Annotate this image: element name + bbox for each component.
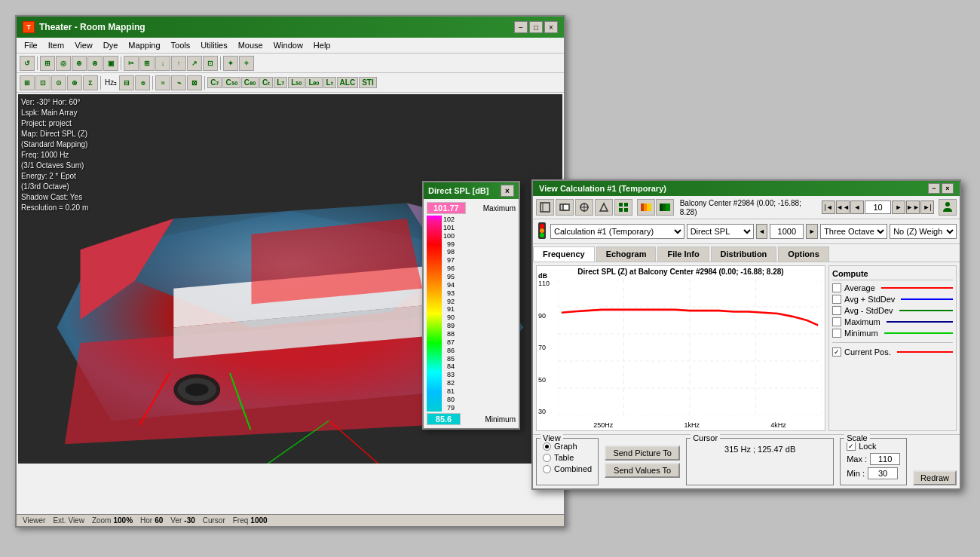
toolbar-btn-7[interactable]: ✂ xyxy=(124,56,139,71)
radio-combined-row: Combined xyxy=(543,464,592,473)
compute-avgminus-check[interactable] xyxy=(832,306,841,315)
redraw-button[interactable]: Redraw xyxy=(913,470,957,485)
calc-close-btn[interactable]: × xyxy=(942,183,954,194)
calc-nav-btn-1[interactable] xyxy=(536,199,554,216)
toolbar-c80[interactable]: C₈₀ xyxy=(241,77,259,88)
scale-lock-check[interactable] xyxy=(847,442,856,451)
nav-prev-btn[interactable]: ◄◄ xyxy=(836,200,850,214)
toolbar-btn-13[interactable]: ✦ xyxy=(223,56,238,71)
send-picture-btn[interactable]: Send Picture To xyxy=(605,445,680,461)
toolbar-btn-14[interactable]: ✧ xyxy=(239,56,254,71)
minimize-button[interactable]: − xyxy=(514,21,528,33)
close-button[interactable]: × xyxy=(544,21,558,33)
compute-avgstd-check[interactable] xyxy=(832,295,841,304)
menu-view[interactable]: View xyxy=(70,39,97,51)
toolbar-t2-10[interactable]: ⊠ xyxy=(187,75,202,90)
toolbar-t2-6[interactable]: ⊟ xyxy=(119,75,134,90)
freq-prev-btn[interactable]: ◄ xyxy=(756,224,768,239)
weight-select[interactable]: No (Z) Weigh xyxy=(890,224,957,239)
nav-prev-one-btn[interactable]: ◄ xyxy=(850,200,864,214)
compute-maximum-check[interactable] xyxy=(832,317,841,326)
toolbar-btn-10[interactable]: ↑ xyxy=(171,56,186,71)
menu-utilities[interactable]: Utilities xyxy=(196,39,231,51)
toolbar-t2-8[interactable]: ≈ xyxy=(155,75,170,90)
menu-mouse[interactable]: Mouse xyxy=(234,39,268,51)
nav-next-one-btn[interactable]: ► xyxy=(892,200,905,214)
toolbar-t2-1[interactable]: ⊞ xyxy=(20,75,35,90)
info-octave-detail: (1/3rd Octave) xyxy=(21,182,88,192)
calc-body: Direct SPL (Z) at Balcony Center #2984 (… xyxy=(533,262,960,434)
compute-minimum-check[interactable] xyxy=(832,329,841,338)
tab-options[interactable]: Options xyxy=(778,246,829,262)
toolbar-t2-3[interactable]: ⊙ xyxy=(51,75,66,90)
toolbar-refresh[interactable]: ↺ xyxy=(20,56,35,71)
octave-select[interactable]: Three Octave xyxy=(820,224,887,239)
scale-lock-label: Lock xyxy=(859,442,876,451)
calc-icon-7[interactable] xyxy=(656,199,674,216)
menu-window[interactable]: Window xyxy=(269,39,308,51)
toolbar-btn-5[interactable]: ⊗ xyxy=(87,56,103,71)
toolbar-btn-2[interactable]: ⊞ xyxy=(40,56,55,71)
tab-distribution[interactable]: Distribution xyxy=(711,246,777,262)
nav-first-btn[interactable]: |◄ xyxy=(822,200,835,214)
toolbar-t2-9[interactable]: ⌁ xyxy=(171,75,186,90)
freq-next-btn[interactable]: ► xyxy=(806,224,818,239)
toolbar-t2-5[interactable]: Σ xyxy=(83,75,98,90)
toolbar-btn-12[interactable]: ⊡ xyxy=(203,56,218,71)
toolbar-c7[interactable]: C₇ xyxy=(207,77,222,88)
radio-table[interactable] xyxy=(543,454,551,462)
toolbar-c50[interactable]: C₅₀ xyxy=(222,77,240,88)
menu-file[interactable]: File xyxy=(20,39,42,51)
toolbar-btn-4[interactable]: ⊕ xyxy=(72,56,87,71)
radio-graph-row: Graph xyxy=(543,442,592,451)
toolbar-t2-2[interactable]: ⊡ xyxy=(35,75,51,90)
calc-nav-btn-5[interactable] xyxy=(614,199,632,216)
toolbar-alc[interactable]: ALC xyxy=(337,77,359,88)
person-icon-btn[interactable] xyxy=(939,199,957,216)
frequency-input[interactable] xyxy=(770,224,804,239)
toolbar-sti[interactable]: STI xyxy=(359,77,377,88)
calc-minimize-btn[interactable]: − xyxy=(928,183,940,194)
nav-next-btn[interactable]: ►► xyxy=(906,200,920,214)
scale-max-input[interactable] xyxy=(870,453,900,465)
toolbar-t2-7[interactable]: ⌾ xyxy=(135,75,150,90)
tab-frequency[interactable]: Frequency xyxy=(533,246,595,262)
scale-min-input[interactable] xyxy=(868,467,898,479)
toolbar-btn-9[interactable]: ↓ xyxy=(155,56,170,71)
tab-file-info[interactable]: File Info xyxy=(657,246,709,262)
menu-item[interactable]: Item xyxy=(44,39,69,51)
menu-bar: File Item View Dye Mapping Tools Utiliti… xyxy=(17,38,564,54)
compute-divider xyxy=(832,342,953,343)
send-values-btn[interactable]: Send Values To xyxy=(605,463,680,478)
compute-average-check[interactable] xyxy=(832,283,841,292)
maximize-button[interactable]: □ xyxy=(529,21,543,33)
calc-tabs: Frequency Echogram File Info Distributio… xyxy=(533,244,960,262)
toolbar-l7[interactable]: L₇ xyxy=(274,77,287,88)
scale-close-button[interactable]: × xyxy=(501,185,514,197)
toolbar-lt[interactable]: Lₜ xyxy=(323,77,336,88)
menu-tools[interactable]: Tools xyxy=(167,39,195,51)
toolbar-btn-8[interactable]: ⊞ xyxy=(139,56,155,71)
toolbar-l50[interactable]: L₅₀ xyxy=(288,77,305,88)
calc-nav-btn-4[interactable] xyxy=(595,199,613,216)
toolbar-t2-4[interactable]: ⊕ xyxy=(67,75,82,90)
nav-position-input[interactable] xyxy=(865,200,891,214)
nav-last-btn[interactable]: ►| xyxy=(920,200,934,214)
toolbar-btn-3[interactable]: ◎ xyxy=(56,56,71,71)
toolbar-btn-6[interactable]: ▣ xyxy=(103,56,118,71)
radio-graph[interactable] xyxy=(543,442,551,451)
toolbar-l80[interactable]: L₈₀ xyxy=(305,77,322,88)
toolbar-ct[interactable]: Cₜ xyxy=(259,77,273,88)
calc-nav-btn-2[interactable] xyxy=(556,199,574,216)
spl-type-select[interactable]: Direct SPL xyxy=(687,224,754,239)
menu-dye[interactable]: Dye xyxy=(99,39,123,51)
calc-nav-btn-3[interactable] xyxy=(575,199,593,216)
menu-mapping[interactable]: Mapping xyxy=(124,39,164,51)
current-pos-check[interactable] xyxy=(832,347,841,357)
radio-combined[interactable] xyxy=(543,465,551,473)
menu-help[interactable]: Help xyxy=(309,39,335,51)
calc-icon-6[interactable] xyxy=(637,199,655,216)
calculation-select[interactable]: Calculation #1 (Temporary) xyxy=(550,224,684,239)
toolbar-btn-11[interactable]: ↗ xyxy=(187,56,202,71)
tab-echogram[interactable]: Echogram xyxy=(596,246,657,262)
